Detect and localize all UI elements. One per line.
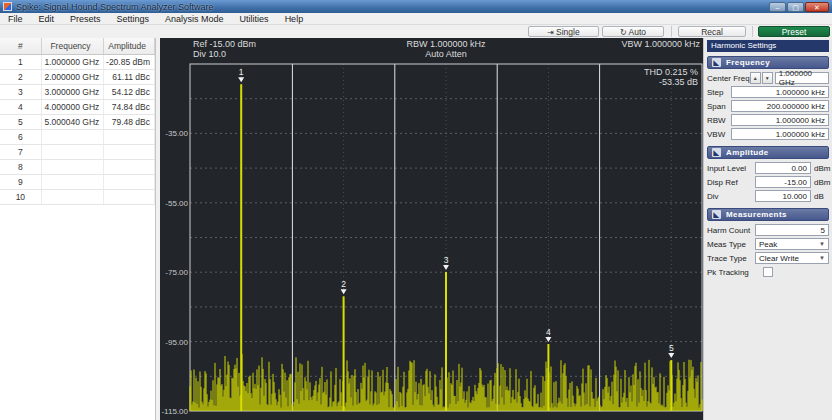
menu-item-analysis-mode[interactable]: Analysis Mode: [157, 13, 232, 25]
section-header-frequency[interactable]: ◣Frequency: [707, 56, 829, 69]
meas-type-dropdown[interactable]: Peak▼: [755, 238, 829, 250]
cell-frequency[interactable]: 5.000040 GHz: [42, 115, 105, 129]
menu-item-utilities[interactable]: Utilities: [232, 13, 277, 25]
cell-frequency[interactable]: [42, 175, 105, 189]
cell-frequency[interactable]: 2.000000 GHz: [42, 70, 105, 84]
spin-down-button[interactable]: ▼: [762, 72, 773, 84]
section-measurements: ◣MeasurementsHarm Count5Meas TypePeak▼Tr…: [707, 208, 829, 278]
table-row: 33.000000 GHz54.12 dBc: [0, 85, 155, 100]
cell-frequency[interactable]: [42, 130, 105, 144]
marker-number: 5: [669, 343, 674, 353]
maximize-button[interactable]: ▢: [787, 2, 804, 12]
meas-type-value: Peak: [759, 240, 777, 249]
menu-item-help[interactable]: Help: [277, 13, 312, 25]
table-body: 11.000000 GHz-20.85 dBm22.000000 GHz61.1…: [0, 55, 155, 205]
close-button[interactable]: ✕: [805, 2, 829, 12]
cell-num[interactable]: 1: [0, 55, 42, 69]
rbw-field: RBW1.000000 kHz: [707, 114, 829, 126]
y-axis-label: -75.00: [165, 268, 188, 277]
section-header-amplitude[interactable]: ◣Amplitude: [707, 146, 829, 159]
cell-frequency[interactable]: [42, 160, 105, 174]
cell-amplitude[interactable]: [104, 145, 155, 159]
step-input[interactable]: 1.000000 kHz: [731, 86, 829, 98]
thd-readout: THD 0.215 %: [644, 67, 698, 77]
cell-amplitude[interactable]: 54.12 dBc: [104, 85, 155, 99]
cell-num[interactable]: 3: [0, 85, 42, 99]
cell-num[interactable]: 7: [0, 145, 42, 159]
chevron-down-icon: ▼: [819, 241, 825, 247]
center-freq-field: Center Freq▲▼1.000000 GHz: [707, 72, 829, 84]
menu-item-file[interactable]: File: [0, 13, 31, 25]
cell-num[interactable]: 5: [0, 115, 42, 129]
trace-type-value: Clear Write: [759, 254, 799, 263]
cell-num[interactable]: 2: [0, 70, 42, 84]
title-bar: Spike: Signal Hound Spectrum Analyzer So…: [0, 0, 832, 13]
disp-ref-input[interactable]: -15.00: [755, 176, 811, 188]
section-header-measurements[interactable]: ◣Measurements: [707, 208, 829, 221]
cell-frequency[interactable]: [42, 145, 105, 159]
vbw-input[interactable]: 1.000000 kHz: [731, 128, 829, 140]
cell-num[interactable]: 9: [0, 175, 42, 189]
atten-readout: Auto Atten: [425, 49, 467, 59]
cell-num[interactable]: 8: [0, 160, 42, 174]
menu-bar: FileEditPresetsSettingsAnalysis ModeUtil…: [0, 13, 832, 25]
menu-item-settings[interactable]: Settings: [109, 13, 158, 25]
cell-frequency[interactable]: 4.000000 GHz: [42, 100, 105, 114]
span-field: Span200.000000 kHz: [707, 100, 829, 112]
column-header-frequency[interactable]: Frequency: [42, 38, 105, 54]
thd-db-readout: -53.35 dB: [659, 77, 698, 87]
vbw-readout: VBW 1.000000 kHz: [621, 39, 700, 49]
cell-amplitude[interactable]: [104, 175, 155, 189]
div-field: Div10.000dB: [707, 190, 829, 202]
collapse-icon[interactable]: ◣: [712, 210, 721, 219]
spectrum-canvas[interactable]: 12345-35.00-55.00-75.00-95.00-115.00Ref …: [160, 38, 703, 420]
minimize-button[interactable]: –: [769, 2, 786, 12]
panel-title: Harmonic Settings: [707, 40, 829, 52]
column-header-amplitude[interactable]: Amplitude: [104, 38, 155, 54]
recal-button[interactable]: Recal: [678, 26, 746, 37]
menu-item-edit[interactable]: Edit: [31, 13, 63, 25]
table-row: 11.000000 GHz-20.85 dBm: [0, 55, 155, 70]
div-label: Div: [707, 192, 719, 201]
rbw-input[interactable]: 1.000000 kHz: [731, 114, 829, 126]
column-header-num[interactable]: #: [0, 38, 42, 54]
menu-item-presets[interactable]: Presets: [62, 13, 109, 25]
cell-amplitude[interactable]: 61.11 dBc: [104, 70, 155, 84]
cell-frequency[interactable]: [42, 190, 105, 204]
pk-tracking-checkbox[interactable]: [763, 267, 773, 277]
cell-amplitude[interactable]: 74.84 dBc: [104, 100, 155, 114]
input-level-input[interactable]: 0.00: [755, 162, 811, 174]
cell-amplitude[interactable]: [104, 130, 155, 144]
cell-amplitude[interactable]: 79.48 dBc: [104, 115, 155, 129]
cell-amplitude[interactable]: [104, 160, 155, 174]
div-unit: dB: [811, 192, 829, 201]
pk-tracking-label: Pk Tracking: [707, 268, 749, 277]
cell-frequency[interactable]: 1.000000 GHz: [42, 55, 105, 69]
cell-num[interactable]: 4: [0, 100, 42, 114]
table-row: 7: [0, 145, 155, 160]
cell-num[interactable]: 6: [0, 130, 42, 144]
spin-up-button[interactable]: ▲: [750, 72, 761, 84]
pk-tracking-field: Pk Tracking: [707, 266, 829, 278]
harm-count-label: Harm Count: [707, 226, 750, 235]
collapse-icon[interactable]: ◣: [712, 148, 721, 157]
center-freq-input[interactable]: 1.000000 GHz: [775, 72, 829, 84]
harm-count-input[interactable]: 5: [755, 224, 829, 236]
single-button[interactable]: ⇥Single: [528, 26, 599, 37]
cell-amplitude[interactable]: [104, 190, 155, 204]
table-row: 44.000000 GHz74.84 dBc: [0, 100, 155, 115]
trace-type-label: Trace Type: [707, 254, 747, 263]
harmonics-table: # Frequency Amplitude 11.000000 GHz-20.8…: [0, 38, 156, 420]
div-readout: Div 10.0: [193, 49, 226, 59]
harm-count-field: Harm Count5: [707, 224, 829, 236]
cell-frequency[interactable]: 3.000000 GHz: [42, 85, 105, 99]
cell-amplitude[interactable]: -20.85 dBm: [104, 55, 155, 69]
trace-type-dropdown[interactable]: Clear Write▼: [755, 252, 829, 264]
auto-button[interactable]: ↻Auto: [602, 26, 664, 37]
collapse-icon[interactable]: ◣: [712, 58, 721, 67]
cell-num[interactable]: 10: [0, 190, 42, 204]
y-axis-label: -55.00: [165, 199, 188, 208]
preset-button[interactable]: Preset: [758, 26, 830, 37]
span-input[interactable]: 200.000000 kHz: [731, 100, 829, 112]
div-input[interactable]: 10.000: [755, 190, 811, 202]
